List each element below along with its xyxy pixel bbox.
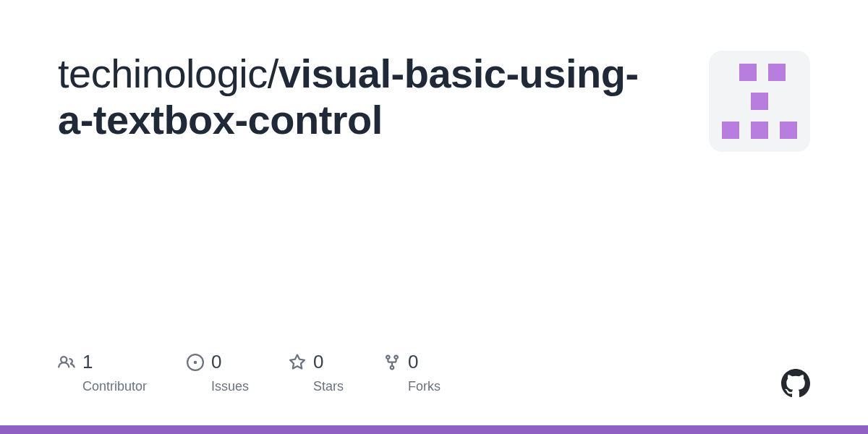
identicon-icon — [722, 64, 797, 139]
accent-bar — [0, 425, 868, 434]
star-icon — [289, 354, 306, 371]
repo-owner: techinologic — [58, 51, 268, 96]
people-icon — [58, 354, 75, 371]
repo-title[interactable]: techinologic/visual-basic-using-a-textbo… — [58, 51, 673, 144]
contributors-label: Contributor — [82, 379, 147, 394]
contributors-count: 1 — [82, 351, 93, 373]
fork-icon — [383, 354, 401, 371]
issues-label: Issues — [211, 379, 249, 394]
stars-label: Stars — [313, 379, 344, 394]
stat-forks[interactable]: 0 Forks — [383, 351, 441, 394]
social-preview-card: techinologic/visual-basic-using-a-textbo… — [0, 0, 868, 434]
stat-issues[interactable]: 0 Issues — [187, 351, 249, 394]
issue-icon — [187, 354, 204, 371]
header: techinologic/visual-basic-using-a-textbo… — [58, 51, 810, 152]
stat-contributors[interactable]: 1 Contributor — [58, 351, 147, 394]
forks-label: Forks — [408, 379, 441, 394]
github-logo-icon[interactable] — [781, 369, 810, 398]
repo-separator: / — [268, 51, 278, 96]
repo-stats: 1 Contributor 0 Issues 0 Stars — [58, 351, 441, 394]
stars-count: 0 — [313, 351, 323, 373]
forks-count: 0 — [408, 351, 418, 373]
stat-stars[interactable]: 0 Stars — [289, 351, 344, 394]
repo-avatar[interactable] — [709, 51, 810, 152]
issues-count: 0 — [211, 351, 221, 373]
